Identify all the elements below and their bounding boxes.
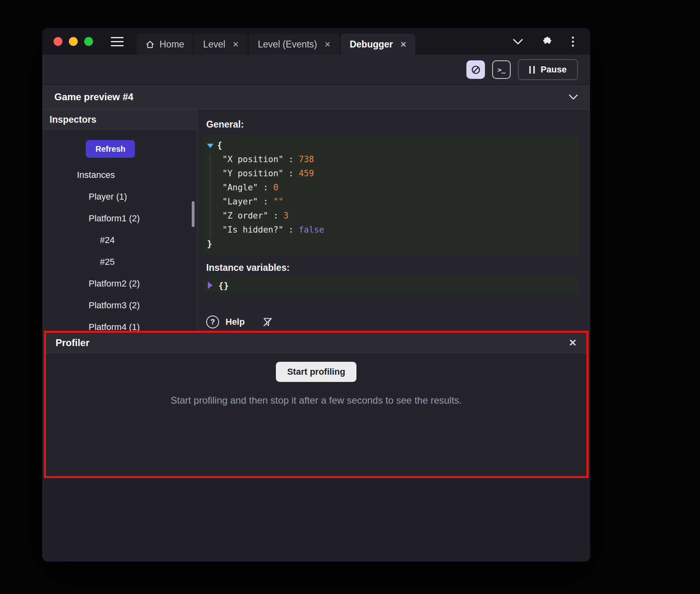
property-separator: : xyxy=(284,155,299,164)
property-separator: : xyxy=(258,197,273,206)
sidebar-scrollbar[interactable] xyxy=(192,201,195,227)
property-value: 0 xyxy=(273,183,278,192)
property-key: "Y position" xyxy=(222,169,284,178)
tab-strip: Home Level ✕ Level (Events) ✕ Debugger ✕ xyxy=(137,34,415,55)
close-window-button[interactable] xyxy=(54,37,62,46)
property-row: "Y position" : 459 xyxy=(207,167,575,181)
minimize-window-button[interactable] xyxy=(69,37,78,46)
property-separator: : xyxy=(284,169,299,178)
profiler-panel: Profiler ✕ Start profiling Start profili… xyxy=(44,331,588,478)
close-tab-icon[interactable]: ✕ xyxy=(232,40,239,49)
property-key: "X position" xyxy=(222,155,284,164)
extensions-puzzle-icon[interactable] xyxy=(541,36,552,47)
tab-label: Debugger xyxy=(350,39,393,50)
help-icon[interactable]: ? xyxy=(206,316,219,328)
tab-home[interactable]: Home xyxy=(137,34,193,55)
pause-button[interactable]: Pause xyxy=(518,59,578,80)
gauge-icon xyxy=(470,64,481,75)
instance-item-platform3[interactable]: Platform3 (2) xyxy=(42,295,197,316)
filter-off-icon[interactable] xyxy=(262,316,273,328)
instance-item-platform1[interactable]: Platform1 (2) xyxy=(42,208,197,229)
tab-label: Home xyxy=(159,39,184,50)
tab-bar-actions xyxy=(513,36,590,47)
console-icon: >_ xyxy=(498,66,505,74)
window-bottom-area xyxy=(42,478,590,561)
pause-label: Pause xyxy=(541,64,567,75)
pause-icon xyxy=(529,66,535,74)
property-value: 3 xyxy=(284,211,289,221)
indent-guide xyxy=(210,154,210,239)
refresh-button[interactable]: Refresh xyxy=(86,140,135,158)
json-close-line: } xyxy=(207,237,575,251)
tab-label: Level (Events) xyxy=(258,39,317,50)
inspectors-header: Inspectors xyxy=(42,109,197,130)
chevron-down-icon[interactable] xyxy=(513,39,523,45)
property-key: "Angle" xyxy=(222,183,258,192)
help-row: ? Help xyxy=(203,316,590,328)
menu-icon[interactable] xyxy=(111,37,124,46)
json-open-line: { xyxy=(207,138,575,153)
close-tab-icon[interactable]: ✕ xyxy=(324,40,331,49)
profiler-body: Start profiling Start profiling and then… xyxy=(46,353,586,406)
game-preview-title: Game preview #4 xyxy=(54,91,133,103)
more-options-icon[interactable] xyxy=(570,36,576,47)
instances-root-item[interactable]: Instances xyxy=(42,164,197,186)
profiler-header: Profiler ✕ xyxy=(46,333,586,353)
profiler-title: Profiler xyxy=(56,337,89,349)
json-open-brace: { xyxy=(217,140,222,150)
property-row: "Z order" : 3 xyxy=(207,209,575,223)
instance-variables-value: {} xyxy=(218,280,229,291)
debugger-toolbar: >_ Pause xyxy=(42,55,590,85)
instance-item-25[interactable]: #25 xyxy=(42,251,197,273)
tab-debugger[interactable]: Debugger ✕ xyxy=(341,34,415,55)
chevron-down-icon xyxy=(569,94,578,100)
property-row: "X position" : 738 xyxy=(207,153,575,167)
window-controls xyxy=(42,37,93,46)
tab-level[interactable]: Level ✕ xyxy=(194,34,248,55)
general-label: General: xyxy=(203,118,590,130)
json-close-brace: } xyxy=(207,239,212,249)
profiler-tool-button[interactable] xyxy=(466,60,485,79)
desktop-background: Home Level ✕ Level (Events) ✕ Debugger ✕ xyxy=(0,0,700,594)
game-preview-header[interactable]: Game preview #4 xyxy=(42,85,590,109)
general-properties-tree: { "X position" : 738 "Y position" : 459 … xyxy=(203,135,579,254)
profiler-hint: Start profiling and then stop it after a… xyxy=(46,395,586,406)
tab-level-events[interactable]: Level (Events) ✕ xyxy=(249,34,340,55)
tab-label: Level xyxy=(203,39,225,50)
instance-item-player[interactable]: Player (1) xyxy=(42,186,197,208)
property-value: 738 xyxy=(299,155,314,164)
close-profiler-icon[interactable]: ✕ xyxy=(569,337,577,349)
app-window: Home Level ✕ Level (Events) ✕ Debugger ✕ xyxy=(42,28,590,561)
zoom-window-button[interactable] xyxy=(84,37,93,46)
close-tab-icon[interactable]: ✕ xyxy=(400,40,407,49)
property-value: 459 xyxy=(299,169,314,178)
tab-bar: Home Level ✕ Level (Events) ✕ Debugger ✕ xyxy=(42,28,590,55)
property-row: "Angle" : 0 xyxy=(207,181,575,195)
property-value: "" xyxy=(273,197,283,206)
property-key: "Layer" xyxy=(222,197,258,206)
instance-item-platform2[interactable]: Platform2 (2) xyxy=(42,273,197,295)
home-icon xyxy=(145,40,155,49)
expand-node-icon[interactable] xyxy=(208,282,213,289)
property-row: "Layer" : "" xyxy=(207,195,575,209)
property-key: "Is hidden?" xyxy=(222,225,284,235)
property-value: false xyxy=(299,225,324,235)
collapse-node-icon[interactable] xyxy=(207,144,213,148)
start-profiling-button[interactable]: Start profiling xyxy=(276,362,356,382)
instance-variables-tree[interactable]: {} xyxy=(203,278,579,293)
instance-item-24[interactable]: #24 xyxy=(42,229,197,251)
property-key: "Z order" xyxy=(222,211,268,221)
property-separator: : xyxy=(268,211,284,221)
property-row: "Is hidden?" : false xyxy=(207,223,575,237)
property-separator: : xyxy=(284,225,299,235)
property-separator: : xyxy=(258,183,273,192)
instance-variables-label: Instance variables: xyxy=(203,262,590,274)
console-tool-button[interactable]: >_ xyxy=(492,60,511,79)
help-label: Help xyxy=(226,317,245,327)
